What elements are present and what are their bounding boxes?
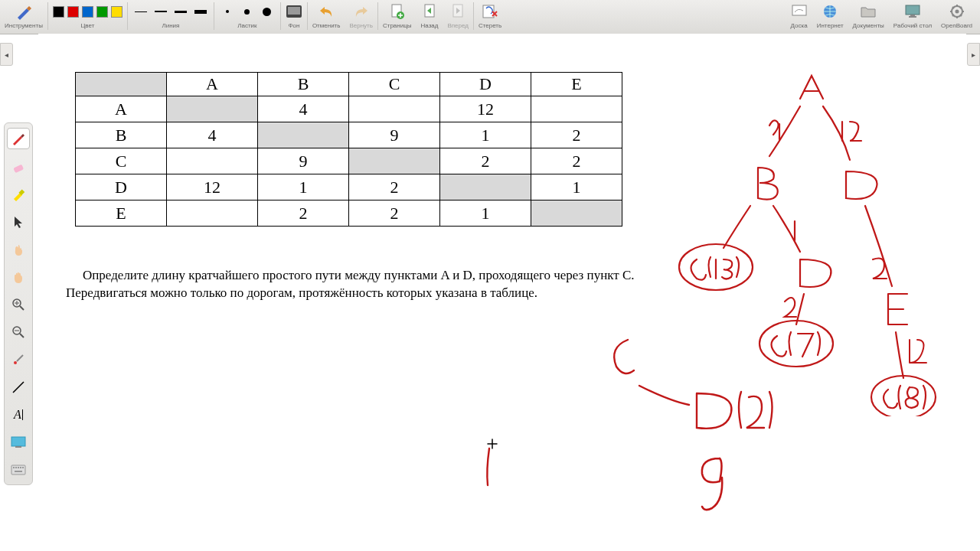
line-thin-icon[interactable] (132, 3, 149, 20)
folder-icon[interactable] (860, 3, 877, 20)
hand-point-tool-icon[interactable] (8, 240, 29, 259)
line-tool-icon[interactable] (8, 377, 29, 397)
svg-rect-22 (13, 467, 15, 468)
color-group: Цвет (48, 0, 127, 34)
table-cell (258, 122, 349, 148)
svg-rect-21 (11, 465, 25, 474)
undo-label: Отменить (312, 22, 341, 29)
background-group: Фон (281, 0, 307, 34)
right-panel-tab[interactable]: ▸ (967, 43, 980, 66)
add-page-icon[interactable] (389, 3, 406, 20)
table-cell (349, 148, 440, 174)
forward-label: Вперед (447, 22, 469, 29)
bg-label: Фон (288, 22, 299, 29)
redo-group: Вернуть (345, 0, 377, 34)
line-xthick-icon[interactable] (192, 3, 209, 20)
table-cell: 2 (258, 201, 349, 227)
erase-page-icon[interactable] (482, 3, 498, 20)
svg-rect-14 (13, 165, 24, 173)
table-cell: 9 (349, 122, 440, 148)
internet-group: Интернет (812, 0, 848, 34)
svg-rect-25 (20, 467, 21, 468)
eraser-label: Ластик (237, 22, 256, 29)
screen-capture-tool-icon[interactable] (8, 432, 29, 452)
svg-rect-11 (909, 16, 916, 18)
svg-point-30 (871, 376, 936, 416)
forward-group: Вперед (443, 0, 473, 34)
back-label: Назад (421, 22, 439, 29)
background-icon[interactable] (286, 3, 302, 20)
table-cell: 12 (167, 174, 258, 201)
svg-point-13 (955, 10, 959, 14)
desktop-icon[interactable] (904, 3, 921, 20)
svg-rect-27 (15, 471, 22, 472)
board-label: Доска (791, 22, 808, 29)
table-cell: 1 (531, 174, 622, 201)
row-header: E (76, 201, 167, 227)
line-medium-icon[interactable] (152, 3, 169, 20)
col-header: D (440, 73, 531, 96)
table-cell (349, 96, 440, 122)
color-label: Цвет (80, 22, 94, 29)
svg-point-18 (14, 361, 17, 364)
undo-icon[interactable] (318, 3, 335, 20)
color-green-swatch[interactable] (96, 6, 108, 18)
pages-label: Страницы (383, 22, 412, 29)
toolbar-right: Доска Интернет Документы Рабочий стол Op… (786, 0, 977, 34)
distance-table: A B C D E A 4 12 B 4 9 1 2 C 9 2 (75, 72, 622, 227)
zoom-in-tool-icon[interactable] (8, 295, 29, 315)
main-toolbar: Инструменты Цвет Линия Ластик (0, 0, 980, 34)
eraser-large-icon[interactable] (259, 3, 276, 20)
svg-rect-19 (11, 437, 25, 446)
table-cell (531, 201, 622, 227)
eraser-group: Ластик (214, 0, 280, 34)
highlighter-tool-icon[interactable] (8, 184, 29, 204)
color-black-swatch[interactable] (53, 6, 64, 18)
whiteboard-canvas[interactable]: A B C D E A 4 12 B 4 9 1 2 C 9 2 (38, 34, 966, 551)
desktop-group: Рабочий стол (889, 0, 936, 34)
color-yellow-swatch[interactable] (111, 6, 122, 18)
gear-icon[interactable] (949, 3, 965, 20)
pen-tool-icon[interactable] (7, 128, 30, 149)
line-thick-icon[interactable] (172, 3, 189, 20)
svg-rect-23 (15, 467, 17, 468)
col-header: A (167, 73, 258, 96)
documents-group: Документы (848, 0, 889, 34)
svg-rect-1 (288, 7, 300, 15)
internet-label: Интернет (817, 22, 844, 29)
row-header: D (76, 174, 167, 201)
text-tool-icon[interactable]: A (8, 405, 29, 425)
documents-label: Документы (853, 22, 884, 29)
line-label: Линия (162, 22, 179, 29)
pointer-tool-icon[interactable] (8, 212, 29, 232)
eraser-medium-icon[interactable] (239, 3, 256, 20)
eraser-tool-icon[interactable] (8, 157, 29, 177)
hand-grab-tool-icon[interactable] (8, 267, 29, 287)
keyboard-tool-icon[interactable] (8, 460, 29, 480)
redo-icon[interactable] (353, 3, 370, 20)
table-cell: 9 (258, 148, 349, 174)
row-header: A (76, 96, 167, 122)
table-cell: 1 (258, 174, 349, 201)
tools-label: Инструменты (5, 22, 43, 29)
board-icon[interactable] (791, 3, 808, 20)
svg-rect-26 (22, 467, 24, 468)
table-cell: 2 (531, 148, 622, 174)
table-cell (440, 174, 531, 201)
next-page-icon[interactable] (449, 3, 466, 20)
color-blue-swatch[interactable] (82, 6, 93, 18)
col-header: C (349, 73, 440, 96)
left-panel-tab[interactable]: ◂ (0, 43, 13, 66)
table-cell: 4 (167, 122, 258, 148)
handwriting-nine (685, 447, 746, 516)
zoom-out-tool-icon[interactable] (8, 322, 29, 342)
table-cell (167, 201, 258, 227)
table-corner (76, 73, 167, 96)
globe-icon[interactable] (822, 3, 838, 20)
svg-point-28 (679, 244, 753, 290)
laser-tool-icon[interactable] (8, 350, 29, 370)
handwriting-tree (620, 64, 965, 416)
color-red-swatch[interactable] (67, 6, 79, 18)
eraser-small-icon[interactable] (219, 3, 236, 20)
prev-page-icon[interactable] (421, 3, 438, 20)
